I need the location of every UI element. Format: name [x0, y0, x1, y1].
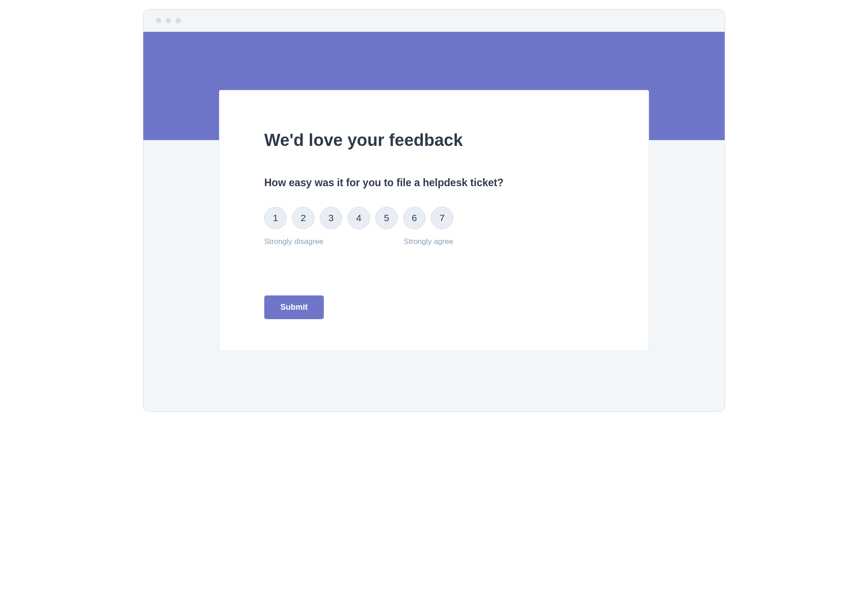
- rating-anchor-labels: Strongly disagree Strongly agree: [264, 237, 453, 246]
- rating-option-1[interactable]: 1: [264, 207, 287, 229]
- submit-button[interactable]: Submit: [264, 295, 324, 319]
- survey-question: How easy was it for you to file a helpde…: [264, 177, 604, 189]
- rating-high-label: Strongly agree: [404, 237, 453, 246]
- rating-option-2[interactable]: 2: [292, 207, 314, 229]
- rating-option-4[interactable]: 4: [348, 207, 370, 229]
- page-body: We'd love your feedback How easy was it …: [143, 32, 725, 411]
- rating-scale: 1 2 3 4 5 6 7: [264, 207, 604, 229]
- rating-option-5[interactable]: 5: [375, 207, 398, 229]
- rating-option-7[interactable]: 7: [431, 207, 453, 229]
- survey-card: We'd love your feedback How easy was it …: [219, 90, 649, 351]
- traffic-light-minimize-icon[interactable]: [166, 18, 171, 23]
- rating-option-3[interactable]: 3: [320, 207, 342, 229]
- browser-window: We'd love your feedback How easy was it …: [143, 9, 725, 412]
- browser-chrome: [143, 9, 725, 32]
- traffic-light-close-icon[interactable]: [156, 18, 161, 23]
- survey-title: We'd love your feedback: [264, 131, 604, 150]
- rating-low-label: Strongly disagree: [264, 237, 323, 246]
- rating-option-6[interactable]: 6: [403, 207, 425, 229]
- traffic-light-maximize-icon[interactable]: [176, 18, 181, 23]
